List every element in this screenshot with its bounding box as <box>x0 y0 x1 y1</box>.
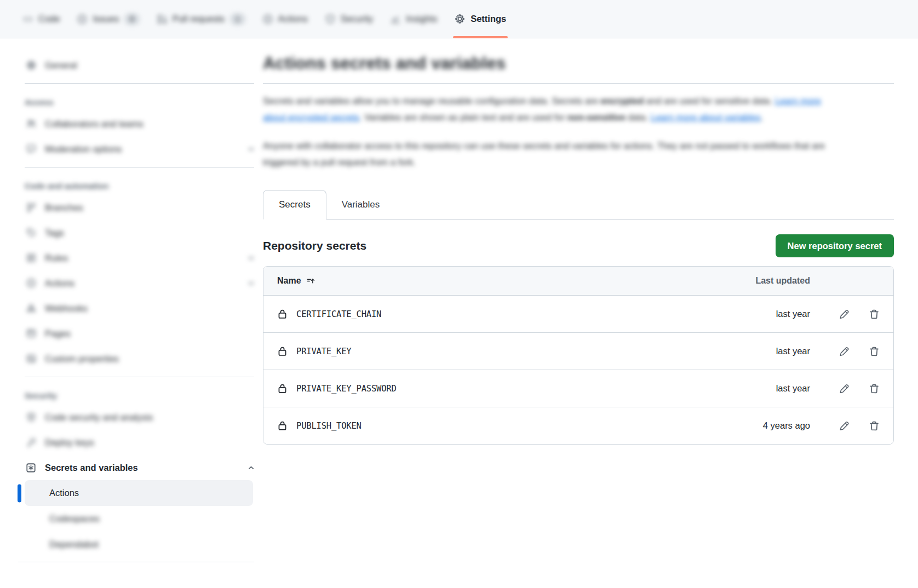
tab-actions[interactable]: Actions <box>254 0 317 38</box>
sidebar-subitem-actions[interactable]: Actions <box>25 480 253 506</box>
trash-icon <box>869 420 880 431</box>
sidebar-divider <box>25 377 254 377</box>
secret-name-cell: PUBLISH_TOKEN <box>277 420 763 431</box>
tab-label: Actions <box>278 14 308 24</box>
last-updated-value: last year <box>776 383 810 394</box>
new-repository-secret-button[interactable]: New repository secret <box>776 234 894 257</box>
sidebar-item-label: Rules <box>45 253 68 263</box>
table-row-private-key: PRIVATE_KEY last year <box>263 332 893 370</box>
edit-secret-button[interactable] <box>839 346 850 357</box>
pencil-icon <box>839 346 850 357</box>
tab-variables[interactable]: Variables <box>326 190 395 219</box>
repository-secrets-header: Repository secrets New repository secret <box>263 234 894 257</box>
secret-name-cell: CERTIFICATE_CHAIN <box>277 309 776 319</box>
sidebar-item-deploy-keys[interactable]: Deploy keys <box>18 430 262 455</box>
description-bold-non-sensitive: non-sensitive <box>567 112 626 122</box>
sidebar-item-pages[interactable]: Pages <box>18 321 262 346</box>
lock-icon <box>277 420 288 431</box>
asterisk-box-icon <box>25 463 37 473</box>
play-circle-icon <box>25 278 37 288</box>
people-icon <box>25 119 37 129</box>
column-header-name-label: Name <box>277 276 301 286</box>
column-header-name[interactable]: Name <box>277 276 755 286</box>
git-branch-icon <box>25 203 37 212</box>
settings-content: Actions secrets and variables Secrets an… <box>263 38 894 445</box>
issue-icon <box>77 14 87 24</box>
sidebar-item-general[interactable]: General <box>18 53 262 78</box>
sidebar-item-tags[interactable]: Tags <box>18 220 262 245</box>
tab-label: Settings <box>471 14 506 24</box>
chevron-up-icon <box>247 464 255 472</box>
sidebar-item-label: Secrets and variables <box>45 463 138 473</box>
sidebar-subitem-dependabot[interactable]: Dependabot <box>25 532 253 557</box>
sidebar-item-label: Webhooks <box>45 303 88 314</box>
last-updated-value: 4 years ago <box>763 420 810 431</box>
sidebar-item-label: Actions <box>45 278 74 289</box>
secrets-variables-tabs: Secrets Variables <box>263 190 894 220</box>
sidebar-section-security: Security <box>18 383 262 405</box>
comment-discussion-icon <box>25 144 37 154</box>
tab-issues[interactable]: Issues 8 <box>68 0 148 38</box>
secret-name-cell: PRIVATE_KEY <box>277 346 776 356</box>
section-title: Repository secrets <box>263 239 366 252</box>
trash-icon <box>869 383 880 394</box>
tab-label: Issues <box>93 14 119 24</box>
secrets-table-header: Name Last updated <box>263 267 893 295</box>
graph-icon <box>391 14 400 24</box>
delete-secret-button[interactable] <box>869 346 880 357</box>
sidebar-divider <box>25 167 254 168</box>
tab-code[interactable]: Code <box>14 0 68 38</box>
sidebar-item-label: Moderation options <box>45 144 122 154</box>
secrets-table: Name Last updated CERTIFICATE_CHAIN last… <box>263 266 894 445</box>
edit-secret-button[interactable] <box>839 309 850 320</box>
sidebar-item-moderation[interactable]: Moderation options <box>18 136 262 162</box>
shield-icon <box>325 14 335 24</box>
row-actions <box>827 309 880 320</box>
sidebar-section-access: Access <box>18 89 262 111</box>
sidebar-item-label: Actions <box>49 488 79 498</box>
sidebar-item-label: Pages <box>45 328 71 339</box>
issues-count-badge: 8 <box>124 13 140 25</box>
sidebar-item-label: General <box>45 60 77 71</box>
tab-label: Insights <box>406 14 437 24</box>
table-row-certificate-chain: CERTIFICATE_CHAIN last year <box>263 295 893 332</box>
sidebar-item-label: Deploy keys <box>45 437 94 448</box>
sidebar-item-rules[interactable]: Rules <box>18 245 262 270</box>
sidebar-subitem-codespaces[interactable]: Codespaces <box>25 506 253 532</box>
link-learn-more-variables[interactable]: Learn more about variables <box>651 112 761 122</box>
secret-name: CERTIFICATE_CHAIN <box>296 309 381 319</box>
sidebar-item-code-security[interactable]: Code security and analysis <box>18 405 262 430</box>
sidebar-item-custom-properties[interactable]: Custom properties <box>18 346 262 371</box>
sidebar-item-secrets-and-variables[interactable]: Secrets and variables <box>18 455 262 480</box>
pull-request-icon <box>157 14 167 24</box>
tab-pull-requests[interactable]: Pull requests 1 <box>148 0 254 38</box>
collaborator-access-paragraph: Anyone with collaborator access to this … <box>263 137 837 170</box>
play-circle-icon <box>263 14 273 24</box>
tab-insights[interactable]: Insights <box>382 0 446 38</box>
edit-secret-button[interactable] <box>839 383 850 394</box>
description-paragraph: Secrets and variables allow you to manag… <box>263 93 837 125</box>
tab-secrets[interactable]: Secrets <box>263 190 326 220</box>
delete-secret-button[interactable] <box>869 383 880 394</box>
tab-settings[interactable]: Settings <box>446 0 515 38</box>
edit-secret-button[interactable] <box>839 420 850 431</box>
row-actions <box>827 420 880 431</box>
tab-label: Pull requests <box>173 14 225 24</box>
sidebar-item-branches[interactable]: Branches <box>18 195 262 220</box>
sidebar-divider <box>25 83 254 84</box>
pencil-icon <box>839 420 850 431</box>
sidebar-item-label: Codespaces <box>49 514 100 524</box>
sidebar-item-actions[interactable]: Actions <box>18 270 262 296</box>
sidebar-item-label: Custom properties <box>45 354 119 364</box>
chevron-down-icon <box>247 279 255 287</box>
delete-secret-button[interactable] <box>869 309 880 320</box>
description-text: data. <box>626 112 651 122</box>
sidebar-item-webhooks[interactable]: Webhooks <box>18 296 262 321</box>
sidebar-item-label: Branches <box>45 203 83 213</box>
sidebar-item-collaborators[interactable]: Collaborators and teams <box>18 111 262 136</box>
tab-security[interactable]: Security <box>317 0 382 38</box>
last-updated-value: last year <box>776 346 810 356</box>
table-row-publish-token: PUBLISH_TOKEN 4 years ago <box>263 407 893 444</box>
lock-icon <box>277 309 288 319</box>
delete-secret-button[interactable] <box>869 420 880 431</box>
